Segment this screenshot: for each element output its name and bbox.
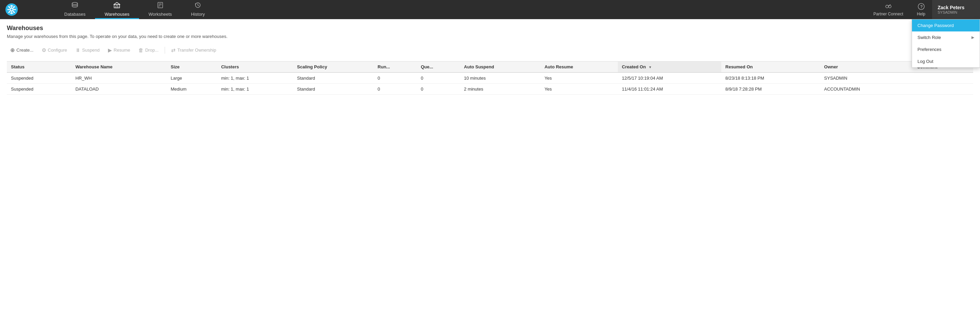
queued-cell: 0	[417, 84, 460, 95]
clusters-cell: min: 1, max: 1	[217, 72, 293, 84]
size-cell: Large	[167, 72, 217, 84]
help-icon: ?	[918, 3, 925, 10]
username-label: Zack Peters	[938, 5, 965, 10]
create-label: Create...	[16, 48, 33, 53]
worksheets-icon: >_	[157, 2, 164, 10]
table-body: SuspendedHR_WHLargemin: 1, max: 1Standar…	[7, 72, 973, 95]
history-icon	[194, 2, 201, 10]
warehouse-name-cell[interactable]: HR_WH	[72, 72, 167, 84]
size-cell: Medium	[167, 84, 217, 95]
comment-cell	[913, 84, 973, 95]
suspend-btn[interactable]: ⏸ Suspend	[72, 45, 103, 55]
col-owner[interactable]: Owner	[820, 62, 913, 73]
status-cell: Suspended	[7, 84, 72, 95]
change-password-label: Change Password	[918, 23, 954, 28]
warehouses-icon	[113, 2, 120, 10]
nav-label-warehouses: Warehouses	[105, 12, 129, 17]
svg-text:?: ?	[920, 5, 923, 9]
running-cell: 0	[374, 72, 417, 84]
warehouse-name-cell[interactable]: DATALOAD	[72, 84, 167, 95]
nav-item-history[interactable]: History	[181, 0, 214, 19]
help-btn[interactable]: ? Help	[910, 0, 932, 19]
svg-point-20	[886, 5, 888, 8]
change-password-item[interactable]: Change Password	[912, 19, 980, 32]
created-on-cell: 12/5/17 10:19:04 AM	[618, 72, 721, 84]
scaling-policy-cell: Standard	[293, 72, 374, 84]
drop-btn[interactable]: 🗑 Drop...	[135, 45, 162, 55]
auto-suspend-cell: 2 minutes	[460, 84, 541, 95]
svg-point-10	[72, 2, 78, 5]
suspend-label: Suspend	[82, 48, 99, 53]
comment-cell	[913, 72, 973, 84]
log-out-item[interactable]: Log Out	[912, 55, 980, 67]
auto-resume-cell: Yes	[540, 72, 618, 84]
main-content: Warehouses Last refreshed 9:39:51 AM Man…	[0, 19, 980, 100]
create-icon: ⊕	[10, 47, 15, 53]
resumed-on-cell: 8/23/18 8:13:18 PM	[721, 72, 820, 84]
user-dropdown-menu: Change Password Switch Role ▶ Preference…	[912, 19, 980, 68]
col-size[interactable]: Size	[167, 62, 217, 73]
transfer-ownership-icon: ⇄	[171, 47, 176, 53]
nav-item-warehouses[interactable]: Warehouses	[95, 0, 139, 19]
svg-point-21	[888, 5, 891, 8]
user-btn[interactable]: Zack Peters SYSADMIN	[932, 0, 980, 19]
created-on-cell: 11/4/16 11:01:24 AM	[618, 84, 721, 95]
suspend-icon: ⏸	[75, 47, 80, 53]
scaling-policy-cell: Standard	[293, 84, 374, 95]
nav-item-databases[interactable]: Databases	[55, 0, 95, 19]
col-status[interactable]: Status	[7, 62, 72, 73]
owner-cell: ACCOUNTADMIN	[820, 84, 913, 95]
col-scaling-policy[interactable]: Scaling Policy	[293, 62, 374, 73]
switch-role-arrow-icon: ▶	[972, 35, 974, 40]
col-created-on[interactable]: Created On ▼	[618, 62, 721, 73]
status-cell: Suspended	[7, 72, 72, 84]
col-auto-resume[interactable]: Auto Resume	[540, 62, 618, 73]
owner-cell: SYSADMIN	[820, 72, 913, 84]
col-clusters[interactable]: Clusters	[217, 62, 293, 73]
svg-marker-12	[114, 2, 120, 5]
toolbar-separator	[165, 47, 165, 54]
partner-connect-btn[interactable]: Partner Connect	[867, 0, 910, 19]
table-row[interactable]: SuspendedHR_WHLargemin: 1, max: 1Standar…	[7, 72, 973, 84]
sort-arrow-icon: ▼	[649, 65, 652, 69]
help-label: Help	[917, 12, 925, 16]
drop-icon: 🗑	[138, 47, 143, 53]
nav-label-databases: Databases	[64, 12, 86, 17]
transfer-ownership-btn[interactable]: ⇄ Transfer Ownership	[168, 45, 220, 55]
nav-label-history: History	[191, 12, 205, 17]
col-running[interactable]: Run...	[374, 62, 417, 73]
auto-resume-cell: Yes	[540, 84, 618, 95]
svg-point-5	[11, 8, 12, 10]
configure-btn[interactable]: ⚙ Configure	[38, 45, 70, 55]
resume-btn[interactable]: ▶ Resume	[105, 45, 134, 55]
partner-connect-icon	[885, 3, 892, 10]
switch-role-item[interactable]: Switch Role ▶	[912, 32, 980, 43]
queued-cell: 0	[417, 72, 460, 84]
col-resumed-on[interactable]: Resumed On	[721, 62, 820, 73]
transfer-ownership-label: Transfer Ownership	[177, 48, 216, 53]
page-header: Warehouses Last refreshed 9:39:51 AM	[7, 25, 973, 32]
preferences-item[interactable]: Preferences	[912, 43, 980, 55]
preferences-label: Preferences	[918, 47, 942, 52]
nav-item-worksheets[interactable]: >_ Worksheets	[139, 0, 181, 19]
page-subtitle: Manage your warehouses from this page. T…	[7, 34, 973, 39]
nav-right: Partner Connect ? Help Zack Peters SYSAD…	[867, 0, 980, 19]
top-nav: Databases Warehouses >_ Worksheets Histo…	[0, 0, 980, 19]
create-btn[interactable]: ⊕ Create...	[7, 45, 37, 55]
log-out-label: Log Out	[918, 59, 933, 64]
resumed-on-cell: 8/9/18 7:28:28 PM	[721, 84, 820, 95]
clusters-cell: min: 1, max: 1	[217, 84, 293, 95]
table-row[interactable]: SuspendedDATALOADMediummin: 1, max: 1Sta…	[7, 84, 973, 95]
logo-area	[0, 0, 55, 19]
col-auto-suspend[interactable]: Auto Suspend	[460, 62, 541, 73]
svg-text:>_: >_	[158, 5, 161, 7]
table-header: Status Warehouse Name Size Clusters Scal…	[7, 62, 973, 73]
col-warehouse-name[interactable]: Warehouse Name	[72, 62, 167, 73]
toolbar: ⊕ Create... ⚙ Configure ⏸ Suspend ▶ Resu…	[7, 44, 973, 56]
configure-icon: ⚙	[42, 47, 46, 53]
page-title: Warehouses	[7, 25, 43, 32]
col-queued[interactable]: Que...	[417, 62, 460, 73]
svg-rect-11	[114, 5, 119, 8]
nav-items: Databases Warehouses >_ Worksheets Histo…	[55, 0, 867, 19]
databases-icon	[72, 2, 78, 10]
